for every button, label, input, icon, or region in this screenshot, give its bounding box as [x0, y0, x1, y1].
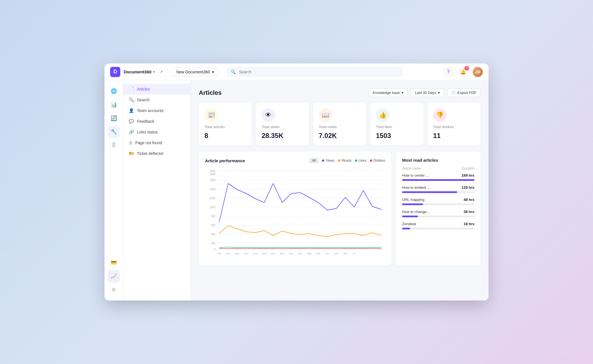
svg-text:800: 800 [211, 214, 215, 218]
links-icon: 🔗 [129, 130, 134, 135]
stat-card-views: 👁 Total views 28.35K [256, 103, 309, 145]
articles-stat-icon: 📰 [204, 108, 218, 122]
svg-text:8/16: 8/16 [253, 252, 258, 255]
stat-card-dislikes: 👎 Total dislikes 11 [428, 103, 481, 145]
legend-likes: Likes [355, 159, 367, 163]
legend-views: Views [322, 159, 335, 163]
help-button[interactable]: ? [443, 67, 454, 77]
sidebar-icon-globe[interactable]: 🌐 [108, 85, 120, 97]
nav-label-links: Links status [137, 130, 158, 134]
search-input[interactable] [227, 67, 402, 77]
most-read-title: Most read articles [402, 158, 474, 163]
sidebar-icon-database[interactable]: 🗄 [108, 139, 120, 152]
stat-card-articles: 📰 Total articles 8 [199, 103, 252, 145]
views-stat-icon: 👁 [261, 108, 275, 122]
external-link-icon[interactable]: ↗ [159, 69, 163, 74]
likes-dot [355, 159, 357, 162]
reads-dot [338, 159, 340, 162]
panel-controls: Knowledge base ▾ Last 30 Days ▾ 📄 Export… [369, 88, 481, 97]
dislikes-stat-label: Total dislikes [433, 125, 454, 129]
notifications-button[interactable]: 🔔 3 [458, 67, 468, 77]
nav-label-team: Team accounts [137, 108, 163, 113]
sidebar-icon-sync[interactable]: 🔄 [108, 112, 120, 124]
article-duration-0: 169 hrs [461, 173, 474, 177]
knowledge-base-filter[interactable]: Knowledge base ▾ [369, 88, 408, 97]
svg-text:8/30: 8/30 [316, 252, 321, 255]
date-filter[interactable]: Last 30 Days ▾ [411, 88, 444, 97]
sidebar-icon-analytics[interactable]: 📊 [108, 98, 120, 111]
svg-text:8/26: 8/26 [298, 252, 302, 255]
sidebar-icon-tools[interactable]: 🔧 [108, 126, 120, 138]
most-read-row-3: How to change... 38 hrs [402, 210, 474, 217]
chart-header: Article performance All Views Reads [205, 158, 385, 163]
left-nav: 📄 Articles 🔍 Search 👤 Team accounts 💬 Fe… [123, 80, 191, 301]
ticket-icon: 🎫 [129, 151, 134, 156]
svg-text:2000: 2000 [210, 169, 215, 173]
article-title-2: URL mapping [402, 198, 424, 202]
date-chevron-icon: ▾ [438, 91, 440, 95]
sidebar-icon-chart[interactable]: 📈 [108, 270, 120, 282]
reads-stat-label: Total reads [319, 125, 337, 129]
search-icon: 🔍 [231, 69, 236, 74]
reads-stat-icon: 📖 [319, 108, 332, 122]
legend-all-button[interactable]: All [309, 158, 319, 163]
legend-dislikes: Dislikes [370, 159, 385, 163]
article-title-4: Zendesk [402, 222, 416, 226]
svg-text:8/10: 8/10 [226, 252, 230, 255]
svg-text:8/28: 8/28 [307, 252, 311, 255]
svg-text:8/24: 8/24 [289, 252, 293, 255]
performance-chart-card: Article performance All Views Reads [199, 152, 391, 266]
progress-fill-4 [402, 228, 410, 229]
progress-fill-3 [402, 216, 418, 217]
nav-item-search[interactable]: 🔍 Search [123, 95, 191, 105]
line-chart-svg: 0 200 400 600 800 1000 1200 1400 1600 18… [205, 168, 385, 258]
svg-text:1800: 1800 [210, 172, 215, 176]
topbar: D Document360 ▾ ↗ New Document360 ▾ 🔍 ? … [104, 63, 489, 80]
brand-name-area[interactable]: Document360 ▾ [124, 69, 155, 74]
main-panel: Articles Knowledge base ▾ Last 30 Days ▾… [191, 80, 489, 301]
main-layout: 🌐 📊 🔄 🔧 🗄 💳 📈 ⚙ 📄 Articles 🔍 Search 👤 Te… [104, 80, 489, 301]
nav-item-page-not-found[interactable]: ⚠ Page not found [123, 137, 191, 148]
nav-label-feedback: Feedback [137, 119, 154, 124]
progress-fill-2 [402, 203, 423, 205]
nav-item-ticket-deflector[interactable]: 🎫 Ticket deflector [123, 148, 191, 159]
kb-chevron-icon: ▾ [402, 91, 404, 95]
article-duration-3: 38 hrs [464, 210, 474, 214]
chart-area: 0 200 400 600 800 1000 1200 1400 1600 18… [205, 168, 385, 259]
avatar[interactable]: JD [473, 67, 483, 77]
panel-header: Articles Knowledge base ▾ Last 30 Days ▾… [199, 88, 481, 97]
export-pdf-button[interactable]: 📄 Export PDF [447, 88, 481, 97]
project-selector[interactable]: New Document360 ▾ [172, 68, 218, 76]
sidebar-icon-settings[interactable]: ⚙ [108, 284, 120, 296]
nav-label-ticket: Ticket deflector [137, 151, 163, 156]
article-title-0: How to center ... [402, 173, 429, 177]
svg-text:8/18: 8/18 [262, 252, 267, 255]
svg-text:8/12: 8/12 [235, 252, 239, 255]
article-duration-4: 18 hrs [464, 222, 474, 226]
svg-text:1600: 1600 [210, 178, 215, 182]
nav-item-team-accounts[interactable]: 👤 Team accounts [123, 105, 191, 116]
dislikes-stat-value: 11 [433, 132, 441, 140]
stat-card-likes: 👍 Total likes 1503 [370, 103, 423, 145]
feedback-icon: 💬 [129, 119, 134, 124]
export-icon: 📄 [451, 91, 456, 95]
nav-item-links-status[interactable]: 🔗 Links status [123, 127, 191, 137]
svg-text:200: 200 [211, 242, 215, 245]
svg-text:9/5: 9/5 [344, 252, 347, 255]
dislikes-stat-icon: 👎 [433, 108, 447, 122]
nav-label-page-not-found: Page not found [135, 141, 162, 145]
articles-stat-label: Total articles [204, 125, 225, 129]
most-read-row-0: How to center ... 169 hrs [402, 173, 474, 181]
sidebar-icon-billing[interactable]: 💳 [108, 256, 120, 269]
warning-icon: ⚠ [129, 140, 132, 145]
search-nav-icon: 🔍 [129, 97, 134, 102]
svg-text:1200: 1200 [210, 196, 215, 200]
svg-text:9/7: 9/7 [353, 252, 356, 255]
stats-row: 📰 Total articles 8 👁 Total views 28.35K … [199, 103, 481, 145]
nav-item-articles[interactable]: 📄 Articles [123, 84, 191, 95]
most-read-panel: Most read articles Article name Duration… [396, 152, 481, 266]
nav-item-feedback[interactable]: 💬 Feedback [123, 116, 191, 127]
charts-row: Article performance All Views Reads [199, 152, 481, 266]
views-stat-label: Total views [261, 125, 280, 129]
chart-title: Article performance [205, 158, 245, 163]
